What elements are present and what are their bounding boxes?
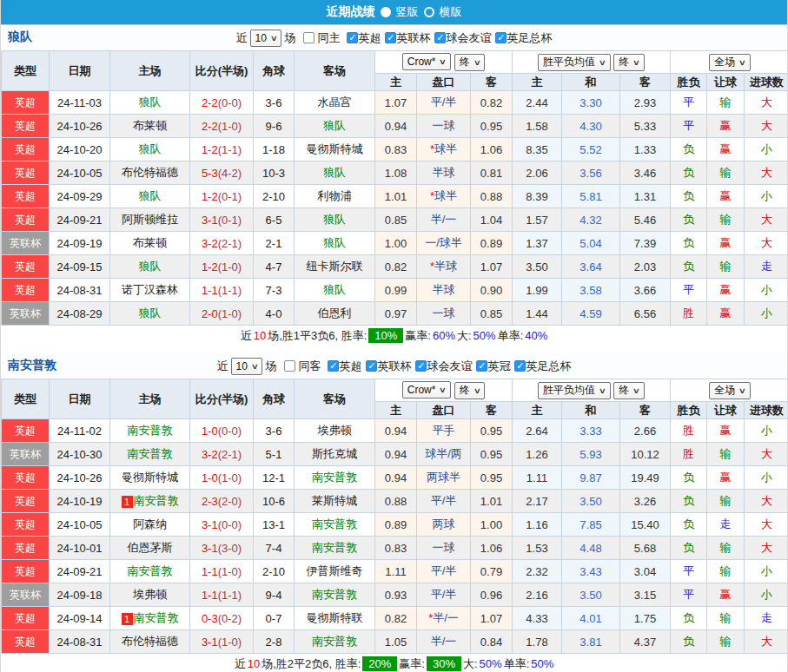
- half-time-score: (1-0): [218, 120, 242, 133]
- match-count-select[interactable]: 10∨: [250, 30, 282, 47]
- avg-stage-select[interactable]: 终∨: [613, 54, 645, 71]
- handicap-value: 平/半: [431, 564, 457, 577]
- corner-count: 2-8: [254, 630, 295, 654]
- away-team-name: 狼队: [323, 236, 346, 249]
- table-row: 英超 24-10-05 布伦特福德 5-3(4-2) 10-3 狼队 1.08 …: [2, 161, 788, 185]
- handicap-cell: 平/半: [417, 490, 471, 513]
- vertical-radio-label[interactable]: 竖版: [396, 4, 419, 20]
- half-time-score: (0-1): [218, 190, 242, 203]
- league-checkbox-label[interactable]: 英冠: [487, 359, 510, 374]
- match-date: 24-10-01: [50, 537, 110, 560]
- league-checkbox-label[interactable]: 英联杯: [377, 359, 411, 374]
- avg-select[interactable]: 胜平负均值∨: [538, 382, 611, 399]
- away-team-name: 伊普斯维奇: [307, 564, 363, 577]
- league-checkbox[interactable]: ✓: [328, 360, 339, 372]
- league-checkbox-label[interactable]: 英超: [358, 30, 381, 46]
- handicap-result: 输: [707, 161, 745, 185]
- team-summary: 近10场,胜2平2负6, 胜率:20%赢率:30%大:50%单率:50%: [1, 654, 787, 672]
- odds-stage-select[interactable]: 终∨: [454, 382, 486, 399]
- vertical-radio[interactable]: [381, 7, 391, 17]
- home-team-name: 布伦特福德: [122, 166, 178, 179]
- away-odds: 1.00: [471, 513, 513, 537]
- league-checkbox[interactable]: ✓: [385, 32, 396, 43]
- goals-result: 大: [745, 232, 788, 255]
- away-team-cell: 南安普敦: [295, 537, 375, 560]
- league-checkbox-label[interactable]: 英足总杯: [526, 359, 571, 374]
- league-checkbox-label[interactable]: 球会友谊: [446, 30, 491, 46]
- full-time-score: 1-2: [202, 190, 218, 203]
- corner-count: 9-4: [254, 583, 295, 607]
- home-odds: 1.05: [375, 630, 417, 654]
- same-venue-checkbox[interactable]: [284, 360, 295, 372]
- home-odds: 0.93: [375, 583, 417, 607]
- match-count-select[interactable]: 10∨: [231, 358, 263, 375]
- handicap-result: 输: [707, 630, 745, 654]
- avg-home-odds: 2.16: [513, 583, 562, 607]
- bookmaker-select[interactable]: Crow*∨: [402, 381, 451, 399]
- avg-draw-odds: 4.01: [562, 607, 620, 630]
- same-venue-checkbox[interactable]: [303, 32, 315, 43]
- col-result: 胜负: [671, 402, 707, 419]
- league-checkbox[interactable]: ✓: [347, 32, 358, 43]
- match-date: 24-10-26: [50, 466, 110, 490]
- win-lose-result: 胜: [671, 302, 707, 326]
- matches-label: 场: [265, 359, 276, 374]
- fullmatch-select[interactable]: 全场∨: [709, 382, 751, 399]
- handicap-value: 两球: [433, 517, 455, 530]
- summary-token: 50%: [473, 329, 496, 342]
- league-checkbox[interactable]: ✓: [476, 360, 487, 372]
- handicap-result: 赢: [707, 115, 745, 138]
- avg-away-odds: 6.56: [620, 302, 671, 326]
- home-team-cell: 曼彻斯特城: [110, 466, 190, 490]
- league-checkbox-label[interactable]: 球会友谊: [427, 359, 472, 374]
- league-checkbox[interactable]: ✓: [366, 360, 377, 372]
- away-odds: 0.95: [471, 115, 513, 138]
- handicap-result: 输: [707, 537, 745, 560]
- away-team-cell: 曼彻斯特联: [295, 607, 375, 630]
- handicap-result: 输: [707, 490, 745, 513]
- league-checkbox-label[interactable]: 英足总杯: [507, 30, 552, 46]
- avg-select[interactable]: 胜平负均值∨: [538, 54, 611, 71]
- home-team-name: 南安普敦: [134, 494, 179, 507]
- corner-count: 12-1: [254, 466, 295, 490]
- league-checkbox[interactable]: ✓: [434, 32, 446, 43]
- match-type-badge: 英联杯: [2, 443, 50, 466]
- col-odds-away: 客: [471, 74, 513, 91]
- horizontal-radio[interactable]: [424, 7, 434, 17]
- league-checkbox-label[interactable]: 英联杯: [396, 30, 430, 46]
- match-date: 24-11-02: [50, 419, 110, 443]
- table-row: 英超 24-10-20 狼队 1-2(1-1) 1-18 曼彻斯特城 0.83 …: [2, 138, 788, 161]
- avg-home-odds: 2.32: [513, 560, 562, 583]
- corner-count: 10-6: [254, 490, 295, 513]
- odds-stage-select[interactable]: 终∨: [454, 54, 486, 71]
- col-avg-away: 客: [620, 74, 671, 91]
- win-lose-result: 平: [671, 115, 707, 138]
- horizontal-radio-label[interactable]: 横版: [440, 4, 462, 20]
- league-checkbox[interactable]: ✓: [495, 32, 507, 43]
- fullmatch-select-cell: 全场∨: [671, 379, 788, 402]
- summary-token: 场,胜1平3负6, 胜率:: [268, 328, 367, 344]
- table-row: 英超 24-08-31 布伦特福德 3-1(1-0) 2-8 南安普敦 1.05…: [2, 630, 788, 654]
- full-time-score: 1-1: [202, 565, 218, 578]
- half-time-score: (0-2): [218, 612, 242, 625]
- away-team-name: 埃弗顿: [318, 424, 352, 437]
- home-team-name: 布伦特福德: [122, 635, 178, 648]
- league-checkbox[interactable]: ✓: [415, 360, 427, 372]
- summary-token: 大:: [463, 656, 478, 672]
- bookmaker-select[interactable]: Crow*∨: [402, 53, 451, 70]
- bookmaker-select-cell: Crow*∨ 终∨: [375, 379, 513, 402]
- same-venue-label[interactable]: 同主: [317, 30, 340, 46]
- home-odds: 0.97: [375, 302, 417, 326]
- avg-home-odds: 2.44: [513, 91, 562, 115]
- avg-stage-select[interactable]: 终∨: [613, 382, 645, 399]
- same-venue-label[interactable]: 同客: [298, 359, 321, 374]
- match-date: 24-10-05: [50, 161, 110, 185]
- league-checkbox-label[interactable]: 英超: [339, 359, 361, 374]
- league-checkbox[interactable]: ✓: [514, 360, 526, 372]
- score-cell: 0-3(0-2): [190, 607, 254, 630]
- away-odds: 1.07: [471, 255, 513, 279]
- table-row: 英超 24-09-15 狼队 1-2(1-0) 4-7 纽卡斯尔联 0.82 *…: [2, 255, 788, 279]
- fullmatch-select[interactable]: 全场∨: [709, 54, 751, 71]
- handicap-cell: 平/半: [417, 91, 471, 115]
- goals-result: 大: [745, 513, 788, 537]
